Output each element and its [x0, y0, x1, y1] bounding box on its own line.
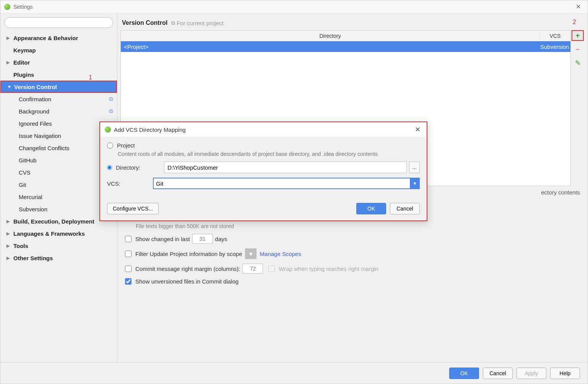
apply-button[interactable]: Apply — [517, 368, 546, 379]
content-header: Version Control ⧉ For current project — [117, 13, 588, 30]
sidebar-item-label: Editor — [13, 59, 30, 66]
sidebar-item-plugins[interactable]: Plugins — [0, 68, 117, 81]
chevron-right-icon: ▶ — [6, 231, 12, 236]
commit-margin-checkbox[interactable] — [125, 266, 132, 272]
cancel-button[interactable]: Cancel — [483, 368, 513, 379]
sidebar-item-label: Confirmation — [19, 96, 51, 102]
wrap-checkbox — [268, 266, 275, 272]
option-label: Commit message right margin (columns): — [135, 266, 240, 272]
radio-project-row: Project — [107, 142, 420, 149]
sidebar-item-editor[interactable]: ▶Editor — [0, 56, 117, 68]
option-label: Filter Update Project information by sco… — [135, 251, 242, 257]
cell-directory: <Project> — [121, 44, 540, 50]
dialog-footer: Configure VCS... OK Cancel — [100, 199, 427, 220]
commit-margin-input[interactable] — [242, 264, 263, 274]
sidebar-item-label: Background — [19, 108, 49, 115]
option-sublabel: File texts bigger than 500K are not stor… — [136, 223, 234, 229]
option-commit-margin: Commit message right margin (columns): W… — [125, 264, 580, 274]
help-button[interactable]: Help — [550, 368, 580, 379]
option-label-wrap: Wrap when typing reaches right margin — [279, 266, 378, 272]
sidebar-item-label: Keymap — [13, 47, 36, 53]
chevron-down-icon: ▼ — [248, 251, 254, 257]
dialog-ok-button[interactable]: OK — [356, 203, 386, 214]
annotation-2: 2 — [573, 19, 576, 26]
search-input[interactable] — [4, 17, 113, 28]
configure-vcs-button[interactable]: Configure VCS... — [107, 203, 159, 214]
chevron-right-icon: ▶ — [6, 60, 12, 65]
option-label: Show changed in last — [135, 236, 190, 242]
sidebar-item-label: Appearance & Behavior — [13, 35, 78, 41]
scope-text: For current project — [177, 20, 224, 26]
sidebar-item-label: Issue Navigation — [19, 133, 61, 139]
manage-scopes-link[interactable]: Manage Scopes — [260, 251, 301, 257]
sidebar-item-label: CVS — [19, 169, 31, 176]
sidebar-item-label: Other Settings — [13, 255, 53, 261]
project-scope-icon: ⧉ — [109, 108, 113, 115]
chevron-right-icon: ▶ — [6, 219, 12, 224]
directory-row: Directory: … — [107, 162, 420, 173]
column-vcs[interactable]: VCS — [540, 33, 570, 39]
side-buttons: + − ✎ — [571, 30, 585, 186]
window-title: Settings — [13, 4, 573, 10]
vcs-select[interactable]: Git — [153, 178, 420, 189]
annotation-1: 1 — [89, 74, 92, 81]
filter-scope-checkbox[interactable] — [125, 251, 132, 257]
chevron-right-icon: ▶ — [6, 256, 12, 261]
show-changed-checkbox[interactable] — [125, 236, 132, 242]
sidebar-item-label: Ignored Files — [19, 120, 52, 127]
option-label: Show unversioned files in Commit dialog — [135, 278, 239, 285]
table-row[interactable]: <Project> Subversion — [121, 41, 570, 52]
project-hint: Content roots of all modules, all immedi… — [118, 151, 420, 157]
show-changed-days-input[interactable] — [192, 234, 213, 244]
chevron-down-icon: ▼ — [7, 84, 13, 89]
option-label-suffix: days — [215, 236, 227, 242]
table-header: Directory VCS — [121, 31, 570, 41]
sidebar-item-other[interactable]: ▶Other Settings — [0, 252, 117, 264]
add-mapping-button[interactable]: + — [572, 30, 584, 41]
directory-input[interactable] — [164, 162, 407, 173]
radio-directory[interactable] — [107, 165, 112, 170]
directory-label: Directory: — [116, 164, 157, 171]
close-icon[interactable]: ✕ — [413, 124, 422, 135]
titlebar: Settings ✕ — [0, 0, 588, 13]
sidebar-item-label: Plugins — [13, 71, 34, 78]
sidebar-item-tools[interactable]: ▶Tools — [0, 240, 117, 252]
edit-mapping-button[interactable]: ✎ — [572, 58, 584, 68]
minus-icon: − — [576, 45, 580, 53]
dialog-body: Project Content roots of all modules, al… — [100, 137, 427, 199]
remove-mapping-button[interactable]: − — [572, 44, 584, 55]
plus-icon: + — [576, 32, 580, 40]
dialog-titlebar: Add VCS Directory Mapping ✕ — [100, 122, 427, 137]
sidebar-item-label: Changelist Conflicts — [19, 145, 70, 151]
sidebar-item-label: Version Control — [14, 84, 57, 90]
sidebar-item-background[interactable]: Background⧉ — [0, 105, 117, 117]
radio-project[interactable] — [107, 143, 113, 149]
sidebar-item-confirmation[interactable]: Confirmation⧉ — [0, 93, 117, 105]
cell-vcs: Subversion — [540, 44, 570, 50]
sidebar-item-label: Build, Execution, Deployment — [13, 218, 94, 225]
app-icon — [4, 4, 10, 10]
ok-button[interactable]: OK — [449, 368, 479, 379]
close-icon[interactable]: ✕ — [573, 2, 584, 12]
sidebar-item-version-control[interactable]: ▼Version Control — [0, 81, 117, 93]
browse-button[interactable]: … — [409, 162, 420, 173]
sidebar-item-label: Languages & Frameworks — [13, 230, 85, 237]
dialog-cancel-button[interactable]: Cancel — [390, 203, 420, 214]
column-directory[interactable]: Directory — [121, 33, 540, 39]
sidebar-item-appearance[interactable]: ▶Appearance & Behavior — [0, 32, 117, 44]
option-filter-scope: Filter Update Project information by sco… — [125, 248, 580, 259]
sidebar-item-label: GitHub — [19, 157, 37, 164]
option-unversioned: Show unversioned files in Commit dialog — [125, 278, 580, 285]
sidebar-item-label: Git — [19, 181, 26, 188]
footer: OK Cancel Apply Help — [0, 362, 588, 384]
project-scope-icon: ⧉ — [171, 20, 175, 26]
option-show-changed: Show changed in last days — [125, 234, 580, 244]
chevron-right-icon: ▶ — [6, 243, 12, 248]
scope-dropdown[interactable]: ▼ — [245, 248, 257, 259]
unversioned-checkbox[interactable] — [125, 278, 132, 285]
dialog-title: Add VCS Directory Mapping — [114, 126, 413, 133]
app-icon — [105, 126, 111, 133]
sidebar-item-languages[interactable]: ▶Languages & Frameworks — [0, 227, 117, 240]
sidebar-item-keymap[interactable]: Keymap — [0, 44, 117, 56]
vcs-label: VCS: — [107, 180, 153, 187]
